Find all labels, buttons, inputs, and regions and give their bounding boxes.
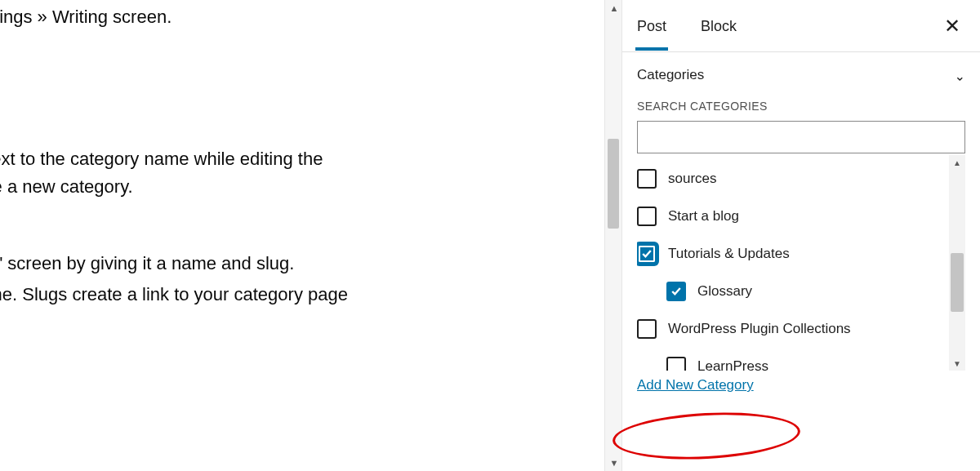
category-item: LearnPress	[637, 348, 946, 371]
scroll-thumb[interactable]	[608, 139, 619, 229]
category-label: sources	[668, 171, 717, 187]
scroll-up-icon[interactable]: ▲	[949, 155, 965, 170]
scroll-up-icon[interactable]: ▲	[605, 0, 623, 16]
category-label: Glossary	[697, 283, 752, 300]
category-label: LearnPress	[697, 358, 768, 371]
categories-scroll-area: sourcesStart a blogTutorials & UpdatesGl…	[637, 155, 965, 371]
main-content: Settings » Writing screen. x next to the…	[0, 0, 604, 471]
category-checkbox[interactable]	[666, 357, 686, 371]
paragraph: ries" screen by giving it a name and slu…	[0, 250, 596, 278]
category-item: sources	[637, 160, 946, 198]
editor-sidebar: Post Block ✕ Categories ⌃ SEARCH CATEGOR…	[622, 0, 980, 471]
panel-toggle-categories[interactable]: Categories ⌃	[637, 52, 965, 98]
category-checkbox[interactable]	[637, 319, 657, 339]
search-categories-label: SEARCH CATEGORIES	[637, 100, 965, 113]
category-label: Start a blog	[668, 208, 739, 224]
category-checkbox[interactable]	[637, 207, 657, 226]
article-text: Settings » Writing screen. x next to the…	[0, 0, 596, 309]
scroll-thumb[interactable]	[951, 253, 964, 312]
search-categories-input[interactable]	[637, 121, 965, 153]
category-label: WordPress Plugin Collections	[668, 321, 851, 337]
categories-scrollbar[interactable]: ▲ ▼	[949, 155, 965, 371]
tab-block[interactable]: Block	[701, 2, 737, 50]
category-label: Tutorials & Updates	[668, 246, 790, 262]
category-item: Start a blog	[637, 198, 946, 235]
paragraph: Settings » Writing screen.	[0, 3, 596, 31]
categories-panel: Categories ⌃ SEARCH CATEGORIES sourcesSt…	[622, 52, 980, 393]
add-new-category-link[interactable]: Add New Category	[637, 377, 754, 393]
chevron-up-icon: ⌃	[955, 68, 965, 83]
category-item: Glossary	[637, 273, 946, 310]
categories-list: sourcesStart a blogTutorials & UpdatesGl…	[637, 155, 946, 371]
paragraph: x next to the category name while editin…	[0, 145, 596, 173]
paragraph: eate a new category.	[0, 173, 596, 201]
content-scrollbar[interactable]: ▲ ▼	[604, 0, 622, 471]
panel-title: Categories	[637, 67, 704, 83]
tab-post[interactable]: Post	[637, 2, 666, 50]
category-checkbox[interactable]	[637, 169, 657, 189]
category-item: WordPress Plugin Collections	[637, 310, 946, 348]
scroll-down-icon[interactable]: ▼	[949, 356, 965, 371]
category-checkbox[interactable]	[666, 282, 686, 301]
close-icon[interactable]: ✕	[939, 11, 965, 41]
category-checkbox[interactable]	[637, 244, 657, 264]
category-item: Tutorials & Updates	[637, 235, 946, 273]
sidebar-tabs: Post Block ✕	[622, 0, 980, 52]
scroll-down-icon[interactable]: ▼	[605, 455, 623, 471]
paragraph: d one. Slugs create a link to your categ…	[0, 281, 596, 309]
